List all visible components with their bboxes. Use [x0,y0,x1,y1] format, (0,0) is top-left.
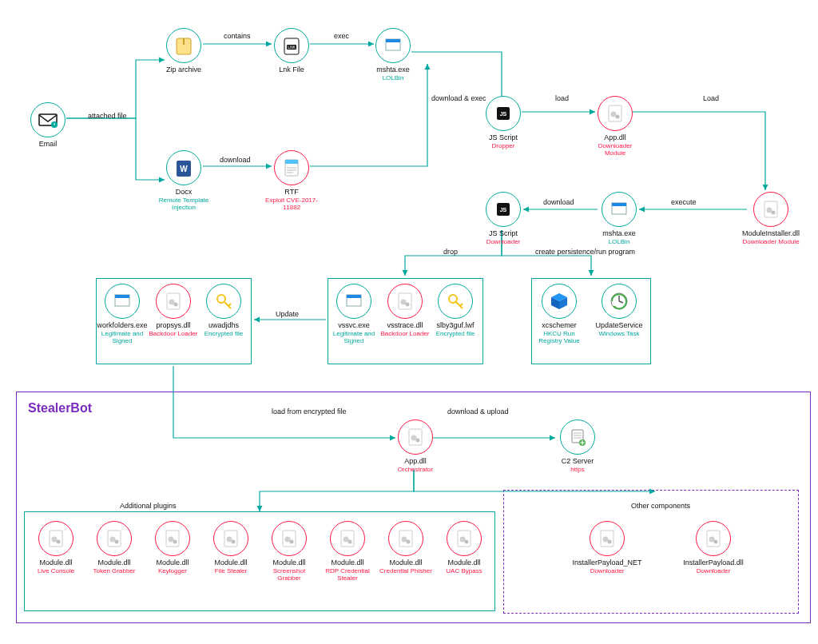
mail-icon [30,102,66,137]
node-rtf: RTF Exploit CVE-2017-11882 [264,150,320,211]
node-m8: Module.dll UAC Bypass [436,521,492,575]
label: propsys.dll [145,322,201,330]
dll-icon [330,521,365,556]
edge-dlup: download & upload [447,407,509,415]
exe-icon [105,284,140,319]
label: Module.dll [378,559,434,567]
sublabel: Downloader Module [735,239,807,246]
node-appdll1: App.dll Downloader Module [587,96,643,157]
dll-icon [213,521,248,556]
dll-icon [447,521,482,556]
sublabel: File Stealer [203,568,259,575]
edge-exec: exec [334,32,349,40]
node-mshta1: mshta.exe LOLBin [365,28,421,82]
sublabel: Token Grabber [86,568,142,575]
sublabel: RDP Credential Stealer [320,568,375,582]
sublabel: Legitimate and Signed [94,331,150,345]
label: ModuleInstaller.dll [735,230,807,238]
sublabel: Backdoor Loader [145,331,201,338]
node-jsdown: JS Script Downloader [475,192,531,246]
label: vsstrace.dll [377,322,433,330]
sublabel: Encrypted file [196,331,252,338]
sublabel: Downloader [669,568,757,575]
label: C2 Server [550,458,606,466]
node-m5: Module.dll Screenshot Grabber [261,521,317,582]
sublabel: Backdoor Loader [377,331,433,338]
sublabel: UAC Bypass [436,568,492,575]
label: Module.dll [203,559,259,567]
node-m3: Module.dll Keylogger [145,521,201,575]
node-mshta2: mshta.exe LOLBin [591,192,647,246]
dll-icon [398,419,433,455]
dll-icon [753,192,788,227]
label: JS Script [475,230,531,238]
node-apporch: App.dll Orchestrator [387,419,443,474]
label: Zip archive [156,66,212,74]
node-xcschemer: xcschemer HKCU Run Registry Value [531,284,587,344]
label: Lnk File [264,66,320,74]
key-icon [206,284,241,319]
node-vssvc: vssvc.exe Legitimate and Signed [326,284,382,344]
label: xcschemer [531,322,587,330]
label: InstallerPayload_NET [563,559,651,567]
node-inst1: InstallerPayload_NET Downloader [563,521,651,575]
label: Email [20,141,76,149]
sublabel: HKCU Run Registry Value [531,331,587,345]
node-updsvc: UpdateService Windows Task [591,284,647,338]
node-slby: slby3guf.lwf Encrypted file [427,284,483,338]
node-email: Email [20,102,76,149]
label: Module.dll [436,559,492,567]
edge-loadenc: load from encrypted file [272,407,347,415]
dll-icon [38,521,73,556]
label: App.dll [387,458,443,466]
dll-icon [598,96,633,131]
edge-update: Update [276,310,299,318]
node-vsstrace: vsstrace.dll Backdoor Loader [377,284,433,338]
label: App.dll [587,134,643,142]
dll-icon [97,521,132,556]
sublabel: Screenshot Grabber [261,568,317,582]
sublabel: https [550,467,606,474]
label: mshta.exe [365,66,421,74]
label: Docx [156,189,212,197]
edge-contains: contains [224,32,251,40]
label: Module.dll [320,559,375,567]
label: Module.dll [28,559,84,567]
node-docx: Docx Remote Template Injection [156,150,212,211]
sublabel: Downloader [475,239,531,246]
sublabel: Windows Task [591,331,647,338]
sublabel: Credential Phisher [378,568,434,575]
stealerbot-title: StealerBot [28,401,92,415]
label: UpdateService [591,322,647,330]
node-workfolders: workfolders.exe Legitimate and Signed [94,284,150,344]
js-icon [486,96,521,131]
label: Module.dll [261,559,317,567]
exe-icon [336,284,371,319]
node-lnk: Lnk File [264,28,320,74]
label: slby3guf.lwf [427,322,483,330]
key-icon [438,284,473,319]
server-icon [560,419,595,455]
doc-icon [274,150,309,185]
sublabel: Orchestrator [387,467,443,474]
node-zip: Zip archive [156,28,212,74]
sublabel: Remote Template Injection [156,197,212,212]
sublabel: Downloader [563,568,651,575]
exe-icon [602,192,637,227]
node-m6: Module.dll RDP Credential Stealer [320,521,375,582]
sublabel: Downloader Module [587,143,643,157]
label: vssvc.exe [326,322,382,330]
node-m1: Module.dll Live Console [28,521,84,575]
edge-download2: download [543,198,574,206]
label: JS Script [475,134,531,142]
label: workfolders.exe [94,322,150,330]
label: Module.dll [145,559,201,567]
edge-drop: drop [443,248,458,256]
dll-icon [155,521,190,556]
zip-icon [166,28,201,63]
edge-Load: Load [703,94,719,102]
sublabel: Live Console [28,568,84,575]
node-uwadjdhs: uwadjdhs Encrypted file [196,284,252,338]
dll-icon [696,521,731,556]
word-icon [166,150,201,185]
